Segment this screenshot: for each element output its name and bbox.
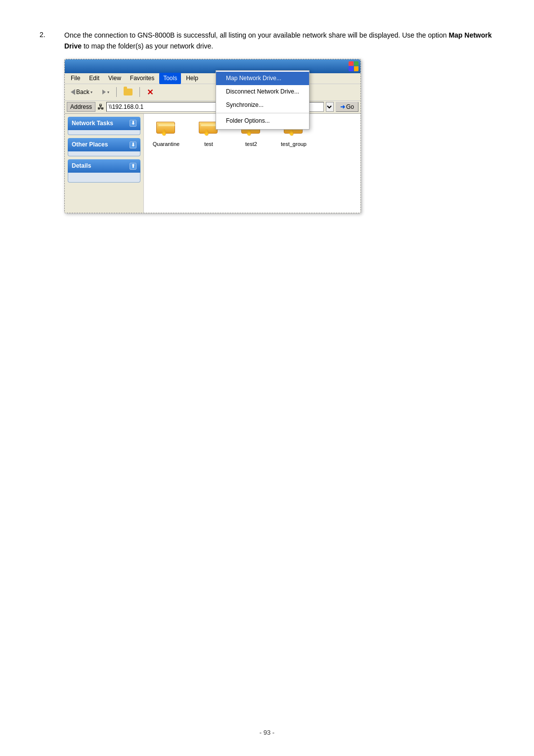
page-footer: - 93 - [0,729,534,736]
details-section: Details ⬆ [68,159,140,183]
other-places-collapse-icon[interactable]: ⬇ [130,142,136,148]
network-tasks-header[interactable]: Network Tasks ⬇ [68,117,140,130]
menu-disconnect-network-drive[interactable]: Disconnect Network Drive... [216,85,309,98]
share-hand-icon: 🤚 [160,128,168,138]
details-collapse-icon[interactable]: ⬆ [130,163,136,170]
step-number: 2. [40,30,54,213]
menu-file[interactable]: File [67,73,84,84]
explorer-body: Network Tasks ⬇ Other Places ⬇ [65,114,360,213]
other-places-header[interactable]: Other Places ⬇ [68,138,140,151]
test-label: test [203,140,215,149]
go-arrow-icon: ➜ [340,102,345,112]
go-label: Go [346,102,354,112]
network-tasks-collapse-icon[interactable]: ⬇ [130,120,136,127]
toolbar-separator [116,87,117,97]
menu-folder-options[interactable]: Folder Options... [216,114,309,128]
details-label: Details [72,161,91,171]
page-number: - 93 - [260,729,274,736]
details-body [68,173,140,183]
step-text-part1: Once the connection to GNS-8000B is succ… [64,31,448,39]
details-header[interactable]: Details ⬆ [68,159,140,173]
quarantine-label: Quarantine [151,140,181,149]
title-bar [65,59,360,73]
network-tasks-section: Network Tasks ⬇ [68,117,140,135]
folder-small-icon [124,89,133,95]
menu-separator [216,113,309,113]
address-label: Address [67,102,95,112]
network-tasks-label: Network Tasks [72,119,113,128]
tools-dropdown-menu: Map Network Drive... Disconnect Network … [216,70,310,130]
other-places-section: Other Places ⬇ [68,138,140,156]
forward-button[interactable]: ▾ [98,88,113,96]
address-bar: Address 🖧 \\192.168.0.1 ➜ Go [65,101,360,114]
menu-view[interactable]: View [104,73,125,84]
back-chevron-icon: ▾ [90,90,92,94]
menu-synchronize[interactable]: Synchronize... [216,98,309,112]
back-button[interactable]: Back ▾ [67,87,96,97]
step-2-block: 2. Once the connection to GNS-8000B is s… [40,30,494,213]
other-places-label: Other Places [72,140,108,149]
menu-map-network-drive[interactable]: Map Network Drive... [216,72,309,85]
menu-tools[interactable]: Tools [159,73,181,84]
toolbar-separator-2 [139,87,140,97]
explorer-window: File Edit View Favorites Tools Help Map … [64,59,361,213]
toolbar: Back ▾ ▾ ✕ [65,84,360,101]
test2-label: test2 [244,140,259,149]
forward-chevron-icon: ▾ [107,90,109,94]
delete-x-icon: ✕ [147,88,153,97]
delete-button[interactable]: ✕ [143,86,157,98]
share-hand-icon-2: 🤚 [203,128,210,138]
menu-favorites[interactable]: Favorites [126,73,158,84]
menu-edit[interactable]: Edit [85,73,103,84]
address-dropdown[interactable] [326,102,334,112]
windows-logo-icon [349,61,358,71]
left-panel: Network Tasks ⬇ Other Places ⬇ [65,114,144,213]
other-places-body [68,151,140,156]
back-label: Back [76,89,89,95]
network-tasks-body [68,130,140,135]
quarantine-folder-icon: 🤚 [156,119,176,138]
network-icon: 🖧 [97,101,104,112]
step-text: Once the connection to GNS-8000B is succ… [64,30,494,213]
test-group-label: test_group [279,140,308,149]
back-arrow-icon [71,89,75,95]
folder-button[interactable] [120,87,136,97]
forward-arrow-icon [102,90,106,94]
menu-bar: File Edit View Favorites Tools Help Map … [65,73,360,84]
menu-help[interactable]: Help [182,73,202,84]
step-text-part2: to map the folder(s) as your network dri… [82,42,213,50]
file-quarantine[interactable]: 🤚 Quarantine [149,119,183,149]
go-button[interactable]: ➜ Go [336,102,358,112]
